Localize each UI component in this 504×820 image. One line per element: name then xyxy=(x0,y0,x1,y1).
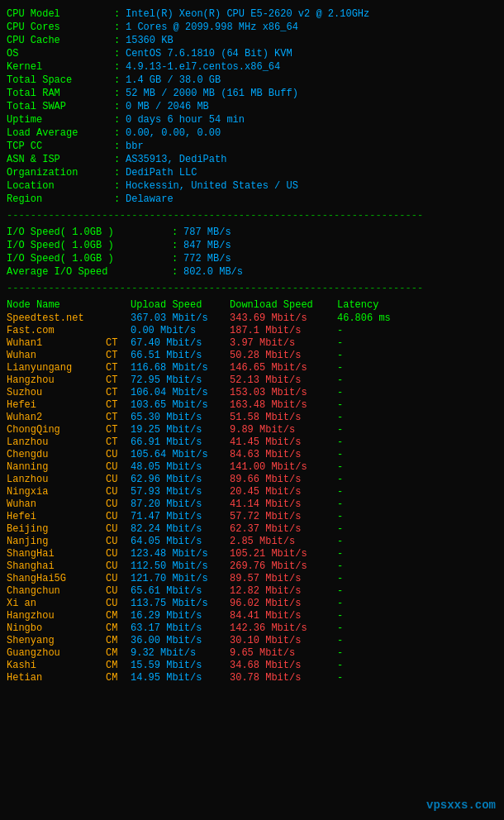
table-row: LanzhouCU62.96 Mbit/s89.66 Mbit/s- xyxy=(7,474,497,485)
cell-node: Wuhan1 xyxy=(7,337,106,349)
cell-latency: - xyxy=(337,573,411,584)
cell-node: Changchun xyxy=(7,585,106,597)
colon: : xyxy=(114,141,126,152)
cell-isp: CU xyxy=(106,585,131,597)
colon: : xyxy=(114,193,126,205)
system-label: Total SWAP xyxy=(7,101,114,112)
system-row: CPU Cache: 15360 KB xyxy=(7,35,497,46)
table-row: HetianCM14.95 Mbit/s30.78 Mbit/s- xyxy=(7,672,497,684)
system-label: CPU Model xyxy=(7,8,114,20)
cell-upload: 57.93 Mbit/s xyxy=(131,486,230,498)
system-value: 1 Cores @ 2099.998 MHz x86_64 xyxy=(126,21,298,33)
cell-isp: CM xyxy=(106,622,131,634)
cell-isp: CM xyxy=(106,635,131,646)
cell-latency: - xyxy=(337,362,411,374)
system-value: Hockessin, United States / US xyxy=(126,180,298,192)
cell-latency: - xyxy=(337,461,411,473)
cell-upload: 36.00 Mbit/s xyxy=(131,635,230,646)
colon: : xyxy=(172,253,183,265)
cell-download: 9.65 Mbit/s xyxy=(230,647,337,659)
cell-upload: 19.25 Mbit/s xyxy=(131,424,230,436)
cell-upload: 16.29 Mbit/s xyxy=(131,610,230,622)
cell-upload: 65.61 Mbit/s xyxy=(131,585,230,597)
cell-latency: - xyxy=(337,598,411,609)
system-row: OS: CentOS 7.6.1810 (64 Bit) KVM xyxy=(7,48,497,60)
system-info: CPU Model: Intel(R) Xeon(R) CPU E5-2620 … xyxy=(7,8,497,222)
table-row: SuzhouCT106.04 Mbit/s153.03 Mbit/s- xyxy=(7,387,497,398)
cell-upload: 112.50 Mbit/s xyxy=(131,560,230,572)
cell-node: Lanzhou xyxy=(7,436,106,448)
cell-node: Nanning xyxy=(7,461,106,473)
cell-latency: - xyxy=(337,337,411,349)
cell-download: 3.97 Mbit/s xyxy=(230,337,337,349)
cell-download: 163.48 Mbit/s xyxy=(230,399,337,411)
cell-isp: CM xyxy=(106,660,131,671)
cell-upload: 63.17 Mbit/s xyxy=(131,622,230,634)
system-label: CPU Cache xyxy=(7,35,114,46)
cell-latency: - xyxy=(337,486,411,498)
colon: : xyxy=(114,167,126,179)
system-row: TCP CC: bbr xyxy=(7,141,497,152)
table-row: BeijingCU82.24 Mbit/s62.37 Mbit/s- xyxy=(7,523,497,535)
table-row: Wuhan1CT67.40 Mbit/s3.97 Mbit/s- xyxy=(7,337,497,349)
cell-download: 89.66 Mbit/s xyxy=(230,474,337,485)
cell-latency: - xyxy=(337,325,411,336)
cell-isp: CU xyxy=(106,461,131,473)
cell-node: Suzhou xyxy=(7,387,106,398)
cell-node: Shanghai xyxy=(7,560,106,572)
system-label: CPU Cores xyxy=(7,21,114,33)
io-label: Average I/O Speed xyxy=(7,266,172,278)
table-row: WuhanCU87.20 Mbit/s41.14 Mbit/s- xyxy=(7,498,497,510)
system-row: Region: Delaware xyxy=(7,193,497,205)
cell-isp: CU xyxy=(106,536,131,547)
cell-isp: CT xyxy=(106,337,131,349)
table-row: WuhanCT66.51 Mbit/s50.28 Mbit/s- xyxy=(7,350,497,361)
table-row: HangzhouCT72.95 Mbit/s52.13 Mbit/s- xyxy=(7,374,497,386)
cell-latency: - xyxy=(337,387,411,398)
cell-download: 34.68 Mbit/s xyxy=(230,660,337,671)
cell-upload: 105.64 Mbit/s xyxy=(131,449,230,460)
cell-upload: 66.51 Mbit/s xyxy=(131,350,230,361)
cell-latency: - xyxy=(337,350,411,361)
speed-table: Node NameUpload SpeedDownload SpeedLaten… xyxy=(7,299,497,684)
system-value: 15360 KB xyxy=(126,35,174,46)
table-row: Fast.com0.00 Mbit/s187.1 Mbit/s- xyxy=(7,325,497,336)
table-row: ShangHai5GCU121.70 Mbit/s89.57 Mbit/s- xyxy=(7,573,497,584)
system-row: Total Space: 1.4 GB / 38.0 GB xyxy=(7,74,497,86)
cell-isp: CU xyxy=(106,548,131,560)
table-row: KashiCM15.59 Mbit/s34.68 Mbit/s- xyxy=(7,660,497,671)
io-label: I/O Speed( 1.0GB ) xyxy=(7,253,172,265)
cell-upload: 71.47 Mbit/s xyxy=(131,511,230,522)
colon: : xyxy=(114,21,126,33)
cell-download: 9.89 Mbit/s xyxy=(230,424,337,436)
system-label: Organization xyxy=(7,167,114,179)
cell-node: ChongQing xyxy=(7,424,106,436)
cell-upload: 0.00 Mbit/s xyxy=(131,325,230,336)
system-value: DediPath LLC xyxy=(126,167,197,179)
table-row: ChengduCU105.64 Mbit/s84.63 Mbit/s- xyxy=(7,449,497,460)
colon: : xyxy=(114,48,126,60)
cell-download: 343.69 Mbit/s xyxy=(230,312,337,324)
system-value: 0 MB / 2046 MB xyxy=(126,101,209,112)
cell-download: 84.63 Mbit/s xyxy=(230,449,337,460)
colon: : xyxy=(172,226,183,238)
cell-latency: - xyxy=(337,647,411,659)
io-value: 847 MB/s xyxy=(183,240,231,251)
cell-upload: 9.32 Mbit/s xyxy=(131,647,230,659)
cell-download: 269.76 Mbit/s xyxy=(230,560,337,572)
cell-download: 2.85 Mbit/s xyxy=(230,536,337,547)
cell-latency: - xyxy=(337,424,411,436)
cell-upload: 116.68 Mbit/s xyxy=(131,362,230,374)
table-row: HangzhouCM16.29 Mbit/s84.41 Mbit/s- xyxy=(7,610,497,622)
system-label: Region xyxy=(7,193,114,205)
cell-latency: - xyxy=(337,660,411,671)
table-row: NingxiaCU57.93 Mbit/s20.45 Mbit/s- xyxy=(7,486,497,498)
cell-isp: CT xyxy=(106,387,131,398)
cell-upload: 65.30 Mbit/s xyxy=(131,412,230,423)
table-row: NanningCU48.05 Mbit/s141.00 Mbit/s- xyxy=(7,461,497,473)
system-row: Total SWAP: 0 MB / 2046 MB xyxy=(7,101,497,112)
cell-node: Lanzhou xyxy=(7,474,106,485)
system-value: 1.4 GB / 38.0 GB xyxy=(126,74,221,86)
cell-node: Guangzhou xyxy=(7,647,106,659)
io-row: I/O Speed( 1.0GB ): 772 MB/s xyxy=(7,253,497,265)
